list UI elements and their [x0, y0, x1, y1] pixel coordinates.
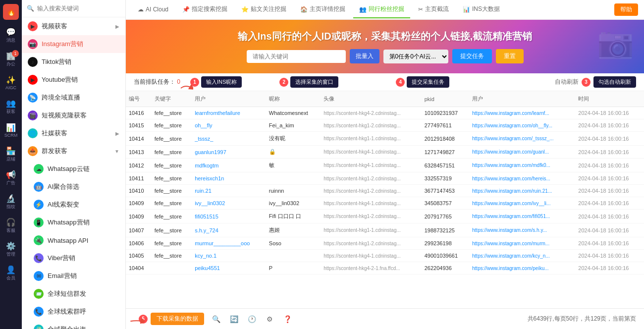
- cell-keyword: fefe__store: [152, 250, 192, 262]
- col-nickname: 昵称: [266, 91, 321, 107]
- sidebar-item-social-fans[interactable]: 🌐 社媒获客 ▶: [22, 124, 125, 142]
- ai-task-select[interactable]: 第0任务0个AI云...: [383, 50, 448, 63]
- table-row: 10416 fefe__store learnfromthefailure Wh…: [126, 107, 644, 119]
- homepage-icon: 🏠: [300, 6, 308, 13]
- sidebar-item-instagram[interactable]: 📷 Instagram营销: [22, 35, 125, 53]
- sidebar-item-tiktok[interactable]: ♪ Tiktok营销: [22, 53, 125, 71]
- peer-fans-icon: 👥: [359, 6, 367, 13]
- cell-pkid: 299236198: [422, 237, 469, 250]
- sidebar-item-ai-clue[interactable]: ⚡ AI线索裂变: [22, 196, 125, 214]
- sidebar-item-phone-group[interactable]: 📞 全球线索群呼: [22, 303, 125, 321]
- tab-sticky[interactable]: ⭐ 贴文关注挖掘: [235, 1, 292, 18]
- keyword-input[interactable]: [247, 50, 346, 63]
- ads-label: 广告: [6, 180, 15, 186]
- sidebar-item-email[interactable]: ✉ Email营销: [22, 267, 125, 285]
- office-label: 办公: [6, 61, 15, 67]
- cell-keyword: fefe__store: [152, 223, 192, 237]
- cell-user: murmur_________ooo: [192, 237, 266, 250]
- cell-profile: https://www.instagram.com/guanl...: [469, 146, 575, 159]
- cell-nickname: [266, 250, 321, 262]
- sidebar-item-acquire[interactable]: 👥 获客: [1, 96, 21, 118]
- reset-button[interactable]: 重置: [496, 49, 524, 63]
- sidebar-item-cross-live[interactable]: 📡 跨境全域直播: [22, 89, 125, 107]
- cell-keyword: fefe__store: [152, 159, 192, 172]
- tab-main-cut[interactable]: ✂ 主页截流: [412, 1, 455, 18]
- submit-task-button[interactable]: 提交任务: [452, 49, 492, 63]
- banner: 📷 输入Ins同行的个人ID或昵称，采集其粉丝的个人链接,截流精准营销 批量入 …: [126, 20, 644, 73]
- messages-label: 消息: [6, 37, 15, 44]
- sidebar-item-ads[interactable]: 📢 广告: [1, 167, 21, 190]
- table-row: 10409 fefe__store ivy__lin0302 ivy__lin0…: [126, 197, 644, 210]
- acquire-icon: 👥: [6, 100, 16, 108]
- cell-id: 10412: [126, 159, 152, 172]
- clock-footer-icon[interactable]: 🕐: [246, 313, 258, 325]
- table-row: 10414 fefe__store _tsssz_ 没有昵 https://sc…: [126, 132, 644, 146]
- service-icon: 🎧: [6, 219, 16, 226]
- sidebar-item-member[interactable]: 👤 会员: [1, 262, 21, 285]
- table-body: 10416 fefe__store learnfromthefailure Wh…: [126, 107, 644, 274]
- cell-nickname: 敏: [266, 159, 321, 172]
- sidebar-item-whatsapp-cloud[interactable]: ☁ Whatsapp云链: [22, 160, 125, 178]
- help-footer-icon[interactable]: ❓: [281, 313, 293, 325]
- manage-label: 管理: [6, 251, 15, 258]
- sidebar-item-aigc[interactable]: ✨ AIGC: [1, 72, 21, 95]
- refresh-footer-icon[interactable]: 🔄: [228, 313, 240, 325]
- scrm-label: SCRM: [4, 133, 18, 138]
- data-table-container: 编号 关键字 用户 昵称 头像 pkid 用户 时间 10416 fefe__s…: [126, 91, 644, 308]
- settings-footer-icon[interactable]: ⚙: [264, 313, 275, 325]
- cell-keyword: fefe__store: [152, 119, 192, 132]
- aigc-icon: ✨: [6, 76, 16, 84]
- store-icon: 🏪: [6, 147, 16, 155]
- cross-live-icon: 📡: [28, 93, 38, 103]
- sidebar-item-whatsapp-mkt-label: Whatsapp营销: [48, 218, 90, 227]
- sidebar-item-messages[interactable]: 💬 消息: [1, 24, 21, 47]
- sidebar-item-cross-live-label: 跨境全域直播: [42, 93, 80, 102]
- tab-peer-fans[interactable]: 👥 同行粉丝挖掘: [353, 1, 410, 18]
- acquire-label: 获客: [6, 109, 15, 115]
- manage-icon: ⚙️: [6, 242, 16, 250]
- sidebar-item-group-fans[interactable]: 📤 群发获客 ▼: [22, 142, 125, 160]
- tab-targeted[interactable]: 📌 指定搜索挖掘: [176, 1, 233, 18]
- tab-ai-cloud[interactable]: ☁ AI Cloud: [132, 2, 174, 18]
- metrics-icon: 🔬: [6, 195, 16, 203]
- cell-user: ruin.21: [192, 185, 266, 197]
- sidebar-item-ai-filter[interactable]: 🤖 AI聚合筛选: [22, 178, 125, 196]
- sidebar-item-service[interactable]: 🎧 客服: [1, 215, 21, 237]
- sidebar-search-bar[interactable]: 🔍: [22, 0, 125, 17]
- sidebar-item-whatsapp-mkt[interactable]: 📱 Whatsapp营销: [22, 214, 125, 231]
- sidebar-item-office[interactable]: 🏢 办公 1: [1, 48, 21, 71]
- aigc-label: AIGC: [5, 85, 16, 90]
- email-icon: ✉: [34, 271, 44, 281]
- cell-time: 2024-04-18 16:00:16: [575, 262, 644, 274]
- sidebar-item-global-out[interactable]: 🌍 全域聚合出海: [22, 321, 125, 329]
- sidebar-item-metrics[interactable]: 🔬 指纹: [1, 191, 21, 214]
- annot-1-label: 输入INS昵称: [201, 76, 242, 88]
- search-input[interactable]: [37, 5, 120, 12]
- cell-nickname: Fifi 口口口 口: [266, 210, 321, 223]
- auto-refresh-label: 自动刷新: [555, 78, 579, 86]
- sidebar-item-manage[interactable]: ⚙️ 管理: [1, 238, 21, 261]
- tab-ins-big[interactable]: 📊 INS大数据: [457, 1, 506, 18]
- sidebar-item-youtube[interactable]: ▶ Youtube营销: [22, 71, 125, 89]
- tab-homepage[interactable]: 🏠 主页详情挖掘: [294, 1, 351, 18]
- sidebar-item-video-fans[interactable]: ▶ 视频获客 ▶: [22, 17, 125, 35]
- sidebar-item-ai-filter-label: AI聚合筛选: [48, 182, 79, 191]
- cell-keyword: fefe__store: [152, 132, 192, 146]
- search-footer-icon[interactable]: 🔍: [210, 313, 222, 325]
- sidebar-item-short-video[interactable]: 🎬 短视频克隆获客: [22, 107, 125, 124]
- download-button[interactable]: 下载采集的数据: [151, 313, 204, 325]
- cell-keyword: fefe__store: [152, 185, 192, 197]
- cell-time: 2024-04-18 16:00:16: [575, 223, 644, 237]
- help-button[interactable]: 帮助: [614, 3, 638, 16]
- cell-user: fifi051515: [192, 210, 266, 223]
- ai-filter-icon: 🤖: [34, 182, 44, 192]
- sidebar-item-viber[interactable]: 📞 Viber营销: [22, 249, 125, 267]
- sidebar-item-whatsapp-api[interactable]: 🔌 Whatsapp API: [22, 231, 125, 249]
- sidebar-item-phone-group-label: 全球线索群呼: [48, 307, 86, 316]
- table-row: 10404 peiku4551 P https://scontent-hkg4-…: [126, 262, 644, 274]
- sidebar-item-sms-group[interactable]: 📨 全球短信群发: [22, 285, 125, 303]
- table-row: 10409 fefe__store fifi051515 Fifi 口口口 口 …: [126, 210, 644, 223]
- sidebar-item-scrm[interactable]: 📊 SCRM: [1, 119, 21, 142]
- batch-button[interactable]: 批量入: [350, 49, 379, 63]
- sidebar-item-store[interactable]: 🏪 店铺: [1, 143, 21, 166]
